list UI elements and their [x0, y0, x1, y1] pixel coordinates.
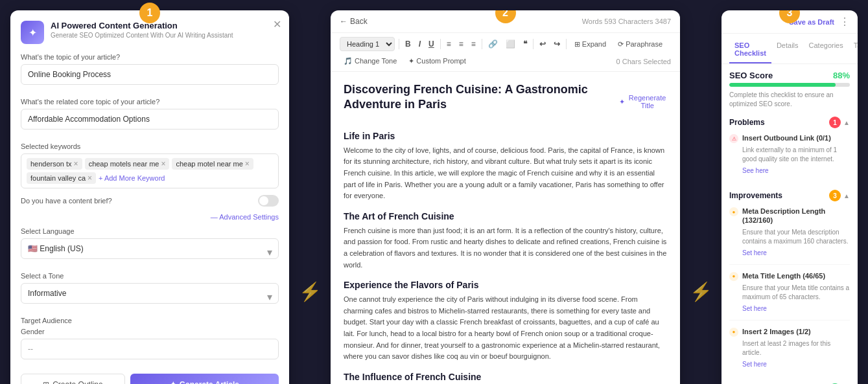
problems-header[interactable]: Problems 1 ▲: [729, 117, 850, 128]
italic-button[interactable]: I: [417, 38, 423, 50]
problem-icon: ⚠: [729, 134, 738, 143]
align-button[interactable]: ≡: [469, 38, 478, 50]
keyword-tag: henderson tx ×: [27, 158, 82, 170]
problem-item: ⚠ Insert Outbound Link (0/1) Link extern…: [729, 133, 850, 182]
topic-label: What's the topic of your article?: [21, 53, 279, 61]
seo-progress-fill: [729, 83, 836, 87]
gender-input[interactable]: [21, 339, 279, 359]
problem-link[interactable]: See here: [742, 167, 769, 174]
toolbar-divider: [482, 39, 482, 49]
toolbar-divider: [399, 39, 399, 49]
keyword-tag: cheap motel near me ×: [172, 158, 253, 170]
content-brief-label: Do you have a content brief?: [21, 197, 112, 205]
tone-select[interactable]: Informative: [21, 283, 279, 304]
improvement-icon: ●: [729, 272, 738, 281]
back-arrow-icon: ←: [340, 17, 347, 26]
improvement-icon: ●: [729, 328, 738, 337]
section-heading: Life in Paris: [344, 131, 667, 141]
improvement-link[interactable]: Set here: [742, 305, 767, 312]
editor-toolbar: Heading 1 B I U ≡ ≡ ≡ 🔗 ⬜ ❝ ↩ ↪ ⊞ Expand…: [331, 33, 680, 72]
add-keyword-button[interactable]: + Add More Keyword: [99, 172, 165, 184]
create-outline-button[interactable]: ⊞ Create Outline: [21, 374, 125, 384]
article-paragraph: Welcome to the city of love, lights, and…: [344, 145, 667, 202]
generate-article-button[interactable]: ✦ Generate Article: [130, 374, 279, 384]
panel-ai-generation: 1 ✦ AI Powered Content Generation Genera…: [10, 10, 289, 384]
improvement-title: Meta Description Length (132/160): [742, 207, 850, 225]
panel-title: AI Powered Content Generation: [51, 21, 233, 30]
section-heading: Experience the Flavors of Paris: [344, 280, 667, 290]
improvement-item: ● Meta Title Length (46/65) Ensure that …: [729, 271, 850, 321]
seo-progress-bar: [729, 83, 850, 87]
core-topic-input[interactable]: [21, 109, 279, 130]
seo-tabs: SEO Checklist Details Categories Tags: [721, 34, 858, 64]
improvement-item: ● Insert 2 Images (1/2) Insert at least …: [729, 327, 850, 376]
lightning-icon: ⚡: [299, 281, 322, 302]
close-button[interactable]: ✕: [273, 18, 281, 30]
toolbar-divider: [566, 39, 567, 49]
advanced-settings-link[interactable]: — Advanced Settings: [21, 213, 279, 221]
ai-icon: ✦: [21, 21, 44, 44]
improvement-icon: ●: [729, 207, 738, 216]
link-button[interactable]: 🔗: [486, 38, 500, 50]
tab-seo-checklist[interactable]: SEO Checklist: [729, 39, 771, 63]
tab-tags[interactable]: Tags: [849, 39, 858, 63]
keywords-label: Selected keywords: [21, 142, 279, 150]
toolbar-divider: [440, 39, 441, 49]
remove-keyword[interactable]: ×: [88, 174, 92, 183]
panel-subtitle: Generate SEO Optimized Content With Our …: [51, 32, 233, 39]
audience-label: Target Audience: [21, 317, 279, 324]
problems-title: Problems: [729, 118, 765, 127]
problems-section: Problems 1 ▲ ⚠ Insert Outbound Link (0/1…: [729, 117, 850, 182]
connector-2: ⚡: [688, 281, 714, 302]
article-paragraph: One cannot truly experience the city of …: [344, 294, 667, 363]
section-heading: The Art of French Cuisine: [344, 211, 667, 221]
editor-content[interactable]: Discovering French Cuisine: A Gastronomi…: [331, 72, 680, 384]
content-brief-toggle[interactable]: [258, 195, 279, 207]
keywords-container: henderson tx × cheap motels near me × ch…: [21, 153, 279, 188]
image-button[interactable]: ⬜: [504, 38, 517, 50]
tab-details[interactable]: Details: [771, 39, 804, 63]
change-tone-action[interactable]: 🎵 Change Tone: [340, 55, 401, 67]
tone-label: Select a Tone: [21, 272, 279, 280]
outline-icon: ⊞: [43, 380, 49, 384]
regenerate-icon: ✦: [619, 98, 625, 106]
regenerate-title-button[interactable]: ✦ Regenerate Title: [619, 94, 667, 109]
seo-score-section: SEO Score 88% Complete this checklist to…: [729, 71, 850, 109]
improvement-link[interactable]: Set here: [742, 249, 767, 256]
chars-selected: 0 Chars Selected: [616, 58, 671, 65]
improvement-desc: Insert at least 2 images for this articl…: [742, 339, 850, 357]
unordered-list-button[interactable]: ≡: [457, 38, 465, 50]
chevron-up-icon: ▲: [843, 119, 850, 126]
improvement-title: Meta Title Length (46/65): [742, 271, 825, 280]
chevron-up-icon: ▲: [843, 192, 850, 199]
remove-keyword[interactable]: ×: [74, 159, 78, 168]
redo-button[interactable]: ↪: [552, 38, 562, 50]
expand-action[interactable]: ⊞ Expand: [570, 38, 610, 51]
undo-button[interactable]: ↩: [537, 38, 548, 50]
ordered-list-button[interactable]: ≡: [445, 38, 453, 50]
more-options-button[interactable]: ⋮: [839, 16, 850, 28]
connector-1: ⚡: [297, 281, 323, 302]
seo-score-title: SEO Score: [729, 71, 773, 80]
improvement-link[interactable]: Set here: [742, 361, 767, 368]
language-select[interactable]: 🇺🇸 English (US): [21, 238, 279, 259]
remove-keyword[interactable]: ×: [161, 159, 165, 168]
heading-select[interactable]: Heading 1: [340, 37, 395, 51]
tab-categories[interactable]: Categories: [804, 39, 849, 63]
remove-keyword[interactable]: ×: [245, 159, 250, 168]
underline-button[interactable]: U: [427, 38, 436, 50]
article-title: Discovering French Cuisine: A Gastronomi…: [344, 82, 619, 113]
back-button[interactable]: ← Back: [340, 17, 368, 26]
improvements-section: Improvements 3 ▲ ● Meta Description Leng…: [729, 190, 850, 376]
lightning-icon-2: ⚡: [690, 281, 712, 302]
keyword-tag: fountain valley ca ×: [27, 172, 96, 184]
paraphrase-action[interactable]: ⟳ Paraphrase: [614, 38, 666, 51]
bold-button[interactable]: B: [403, 38, 413, 50]
custom-prompt-action[interactable]: ✦ Custom Prompt: [405, 55, 469, 67]
improvement-desc: Ensure that your Meta description contai…: [742, 228, 850, 246]
generate-icon: ✦: [170, 380, 176, 384]
improvements-title: Improvements: [729, 191, 782, 200]
improvements-header[interactable]: Improvements 3 ▲: [729, 190, 850, 201]
quote-button[interactable]: ❝: [521, 38, 529, 50]
topic-input[interactable]: [21, 64, 279, 85]
